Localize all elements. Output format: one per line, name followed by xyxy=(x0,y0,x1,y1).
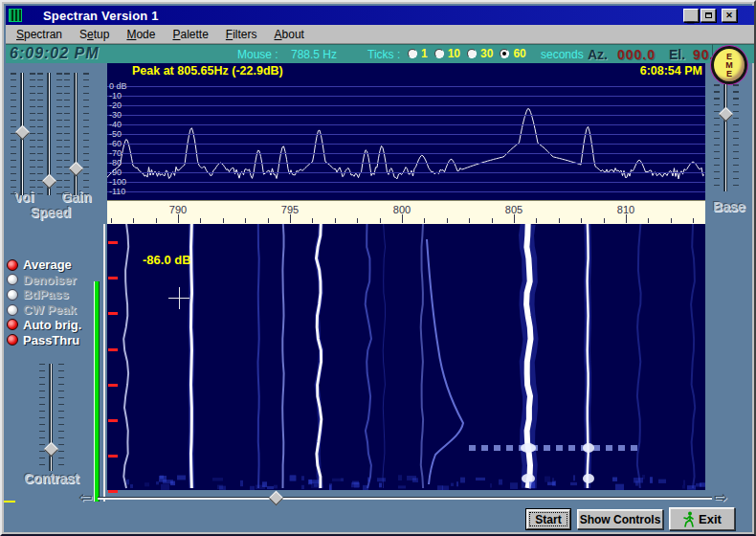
toggle-label: Denoiser xyxy=(23,273,77,287)
contrast-slider-ticks xyxy=(58,364,64,471)
freq-tick xyxy=(133,218,134,223)
base-slider-thumb[interactable] xyxy=(719,107,734,123)
start-button[interactable]: Start xyxy=(526,509,570,529)
db-gridline xyxy=(107,144,705,145)
db-tick-label: -60 xyxy=(109,139,122,148)
spectrum-plot[interactable]: Peak at 805.65Hz (-22.9dB) 6:08:54 PM 0 … xyxy=(107,63,705,200)
scroll-right-icon[interactable]: ⇨ xyxy=(714,487,727,507)
menu-item-palette[interactable]: Palette xyxy=(166,26,214,43)
db-tick-label: -50 xyxy=(109,129,122,139)
waterfall-signals xyxy=(107,224,705,490)
tick-radio-60[interactable] xyxy=(500,49,509,58)
db-gridline xyxy=(107,105,705,106)
menu-item-setup[interactable]: Setup xyxy=(73,26,116,43)
time-tick-60s xyxy=(108,348,118,351)
window-title: Spectran Version 1 xyxy=(43,9,159,23)
freq-tick xyxy=(357,218,358,223)
freq-tick xyxy=(424,218,425,223)
gain-slider-thumb[interactable] xyxy=(69,162,84,177)
freq-tick-label: 795 xyxy=(281,204,299,215)
vol-slider-ticks xyxy=(11,73,16,195)
menu-item-filters[interactable]: Filters xyxy=(219,26,264,43)
exit-button-label: Exit xyxy=(699,512,722,526)
minimize-button[interactable]: ▁ xyxy=(683,9,699,22)
elevation-label: El. xyxy=(669,47,685,62)
time-tick-60s xyxy=(108,277,118,279)
seconds-label: seconds xyxy=(541,48,584,61)
freq-tick-label: 810 xyxy=(617,204,634,215)
db-tick-label: -40 xyxy=(109,120,122,129)
running-man-icon xyxy=(682,511,695,527)
toggle-cwpeak[interactable]: CW Peak xyxy=(7,302,77,317)
tick-radio-label-60: 60 xyxy=(513,47,525,60)
tick-interval-radio-group: 1103060 xyxy=(408,47,526,60)
freq-tick xyxy=(290,214,291,223)
title-bar[interactable]: Spectran Version 1 xyxy=(6,6,754,25)
led-indicator-icon xyxy=(7,304,18,316)
db-tick-label: -80 xyxy=(109,158,122,168)
freq-tick xyxy=(581,218,582,223)
frequency-scrollbar[interactable] xyxy=(98,497,712,500)
eme-letter: E xyxy=(726,70,732,78)
toggle-label: PassThru xyxy=(23,333,79,347)
tick-radio-label-10: 10 xyxy=(448,47,460,60)
db-tick-label: -20 xyxy=(109,100,122,110)
time-tick-60s xyxy=(108,384,118,387)
time-tick-60s xyxy=(108,419,118,422)
freq-tick xyxy=(402,214,403,223)
db-tick-label: -10 xyxy=(109,91,122,100)
restore-button[interactable] xyxy=(700,9,716,22)
close-button[interactable]: ✕ xyxy=(722,9,737,22)
db-gridline xyxy=(107,124,705,125)
freq-tick xyxy=(536,218,537,223)
toggle-autobrig[interactable]: Auto brig. xyxy=(7,318,81,332)
freq-tick xyxy=(380,218,381,223)
base-slider-ticks xyxy=(714,84,720,191)
toggle-denoiser[interactable]: Denoiser xyxy=(7,273,77,287)
menu-item-mode[interactable]: Mode xyxy=(120,26,162,43)
speed-slider-thumb[interactable] xyxy=(42,174,57,190)
time-tick-60s xyxy=(108,312,118,315)
azimuth-label: Az. xyxy=(588,47,608,62)
app-icon[interactable] xyxy=(9,9,22,22)
base-slider-ticks xyxy=(733,84,739,191)
base-slider[interactable] xyxy=(724,84,727,191)
clock-display: 6:09:02 PM xyxy=(10,45,100,62)
freq-tick xyxy=(223,218,224,223)
toggle-bdpass[interactable]: BdPass xyxy=(7,287,69,302)
waterfall-left-border xyxy=(103,224,105,502)
tick-radio-1[interactable] xyxy=(408,49,417,58)
db-gridline xyxy=(107,182,705,183)
scrollbar-thumb[interactable] xyxy=(269,491,284,506)
freq-tick xyxy=(469,218,470,223)
azimuth-value: 000.0 xyxy=(617,47,656,62)
tick-radio-label-30: 30 xyxy=(480,47,493,60)
menu-item-about[interactable]: About xyxy=(268,26,311,43)
led-indicator-icon xyxy=(7,259,18,271)
waterfall-display[interactable]: -86.0 dB xyxy=(107,224,705,490)
gain-slider-ticks xyxy=(83,73,89,195)
menu-item-spectran[interactable]: Spectran xyxy=(10,26,69,43)
tick-radio-30[interactable] xyxy=(467,49,477,58)
exit-button[interactable]: Exit xyxy=(669,507,735,530)
scroll-left-icon[interactable]: ⇦ xyxy=(78,487,92,507)
toggle-average[interactable]: Average xyxy=(7,257,72,272)
eme-logo-icon: EME xyxy=(711,46,747,84)
freq-tick xyxy=(178,214,179,223)
cursor-db-readout: -86.0 dB xyxy=(143,253,191,267)
contrast-slider-ticks xyxy=(39,364,45,471)
spectrum-trace xyxy=(107,63,705,200)
tick-radio-10[interactable] xyxy=(434,49,444,58)
db-gridline xyxy=(107,191,705,192)
vol-slider-thumb[interactable] xyxy=(15,124,31,140)
freq-tick xyxy=(693,218,694,223)
freq-tick xyxy=(492,218,493,223)
freq-tick xyxy=(604,218,605,223)
spectran-window: Spectran Version 1 ▁ ✕ SpectranSetupMode… xyxy=(0,0,756,536)
gain-slider[interactable] xyxy=(75,73,78,195)
show-controls-button[interactable]: Show Controls xyxy=(577,509,663,529)
contrast-slider-thumb[interactable] xyxy=(44,441,59,457)
freq-tick xyxy=(626,214,627,223)
toggle-passthru[interactable]: PassThru xyxy=(7,333,79,347)
led-indicator-icon xyxy=(7,334,18,346)
